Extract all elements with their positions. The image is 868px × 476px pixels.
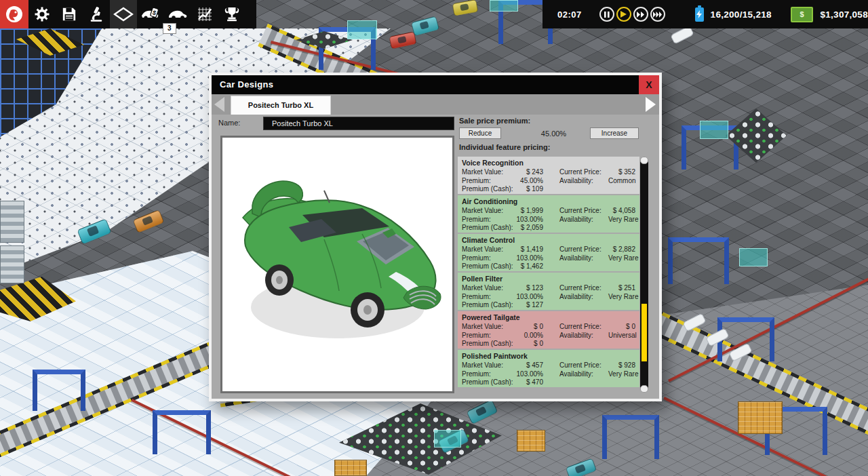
feature-name: Air Conditioning: [462, 197, 635, 205]
availability: Very Rare: [608, 216, 638, 224]
premium-percent: 103.00%: [516, 216, 543, 224]
market-value-label: Market Value:: [462, 245, 516, 254]
research-button[interactable]: [83, 0, 110, 28]
floppy-save-icon: [62, 7, 77, 22]
fast-forward-button[interactable]: [633, 7, 648, 22]
tab-positech-turbo-xl[interactable]: Positech Turbo XL: [231, 96, 331, 115]
premium-label: Premium:: [462, 177, 516, 185]
market-value-label: Market Value:: [462, 361, 516, 370]
lightning-icon: [696, 10, 702, 18]
resources-count: 16,200/15,218: [711, 9, 772, 20]
car-render: [222, 138, 452, 391]
premium-label: Premium:: [462, 370, 516, 378]
premium-cash: $ 0: [516, 340, 543, 348]
game-clock: 02:07: [557, 9, 582, 20]
achievements-button[interactable]: [218, 0, 245, 28]
availability-label: Availability:: [543, 293, 608, 301]
game-logo[interactable]: [0, 0, 28, 28]
current-price-label: Current Price:: [543, 323, 608, 331]
premium-cash-label: Premium (Cash):: [462, 378, 516, 386]
market-value: $ 1,999: [516, 207, 543, 215]
feature-pricing-heading: Individual feature pricing:: [459, 143, 550, 151]
close-button[interactable]: X: [639, 75, 659, 94]
crate-stack: [517, 430, 545, 452]
premium-percent: 103.00%: [516, 254, 543, 262]
design-tab-strip: Positech Turbo XL: [212, 94, 659, 115]
scrollbar-bottom-cap[interactable]: [640, 385, 648, 393]
name-label: Name:: [218, 119, 240, 127]
settings-button[interactable]: [28, 0, 56, 28]
garage-door: [0, 201, 24, 243]
pause-button[interactable]: [599, 7, 614, 22]
availability-label: Availability:: [543, 216, 608, 224]
pricing-panel: Sale price premium: Reduce 45.00% Increa…: [458, 115, 650, 399]
current-price: $ 928: [608, 361, 635, 370]
play-button[interactable]: [616, 7, 631, 22]
save-button[interactable]: [56, 0, 83, 28]
dialog-title: Car Designs: [212, 79, 273, 90]
speed-controls: [599, 7, 665, 22]
crate-stack: [334, 460, 367, 476]
stats-button[interactable]: [191, 0, 218, 28]
availability: Very Rare: [608, 370, 638, 378]
premium-cash-label: Premium (Cash):: [462, 262, 516, 271]
game-screen: $ 3 02:07: [0, 0, 868, 476]
premium-label: Premium:: [462, 332, 516, 340]
scrollbar-thumb[interactable]: [642, 304, 647, 361]
machine-info-overlay: [490, 0, 518, 12]
current-price-label: Current Price:: [543, 361, 608, 370]
diamond-design-icon: [113, 7, 134, 22]
current-price: $ 251: [608, 284, 635, 292]
premium-percent: 103.00%: [516, 370, 543, 378]
feature-pricing-row: Air Conditioning Market Value: $ 1,999 C…: [458, 195, 639, 233]
premium-label: Premium:: [462, 254, 516, 262]
feature-pricing-row: Powered Tailgate Market Value: $ 0 Curre…: [458, 311, 639, 349]
availability-label: Availability:: [543, 177, 608, 185]
market-value: $ 1,419: [516, 245, 543, 254]
feature-pricing-row: Polished Paintwork Market Value: $ 457 C…: [458, 350, 639, 387]
car-design-count-badge: 3: [163, 23, 176, 34]
resources-battery-icon: [695, 7, 704, 22]
next-design-arrow[interactable]: [646, 97, 656, 112]
feature-pricing-row: Climate Control Market Value: $ 1,419 Cu…: [458, 234, 639, 271]
gear-icon: [34, 6, 50, 22]
machine-info-overlay: [700, 121, 728, 139]
status-bar: 02:07 16,200/15,218 $ $1,307,058: [542, 0, 868, 28]
garage-door: [0, 245, 24, 283]
premium-cash: $ 470: [516, 378, 543, 386]
availability-label: Availability:: [543, 254, 608, 262]
fastest-icon: [653, 12, 662, 18]
car-design-button[interactable]: [110, 0, 137, 28]
current-price: $ 2,882: [608, 245, 635, 254]
sale-premium-heading: Sale price premium:: [459, 117, 530, 125]
feature-pricing-row: Pollen Filter Market Value: $ 123 Curren…: [458, 273, 639, 310]
feature-pricing-row: Voice Recognition Market Value: $ 243 Cu…: [458, 157, 639, 194]
premium-cash-label: Premium (Cash):: [462, 340, 516, 348]
market-value-label: Market Value:: [462, 323, 516, 331]
market-value-label: Market Value:: [462, 207, 516, 215]
car-icon: [168, 7, 187, 21]
scrollbar-top-cap[interactable]: [640, 157, 648, 164]
feature-list-scrollbar[interactable]: [640, 158, 648, 391]
design-name-input[interactable]: [263, 117, 454, 130]
pause-icon: [604, 12, 610, 18]
microscope-icon: [89, 6, 104, 22]
prev-design-arrow[interactable]: [214, 97, 224, 112]
gantry-frame: [602, 415, 659, 459]
premium-cash: $ 109: [516, 185, 543, 193]
fast-forward-icon: [637, 12, 644, 18]
main-toolbar: $: [28, 0, 256, 28]
gantry-frame: [153, 410, 211, 454]
premium-cash: $ 2,059: [516, 224, 543, 232]
increase-premium-button[interactable]: Increase: [590, 127, 639, 139]
premium-percent: 103.00%: [516, 293, 543, 301]
market-value-label: Market Value:: [462, 284, 516, 292]
current-price-label: Current Price:: [543, 245, 608, 254]
feature-name: Voice Recognition: [462, 159, 635, 167]
crate-stack: [738, 401, 783, 434]
fastest-button[interactable]: [650, 7, 665, 22]
availability: Universal: [608, 332, 637, 340]
current-price: $ 4,058: [608, 207, 635, 215]
car-sales-button[interactable]: $: [137, 0, 164, 28]
premium-percent: 45.00%: [516, 177, 543, 185]
